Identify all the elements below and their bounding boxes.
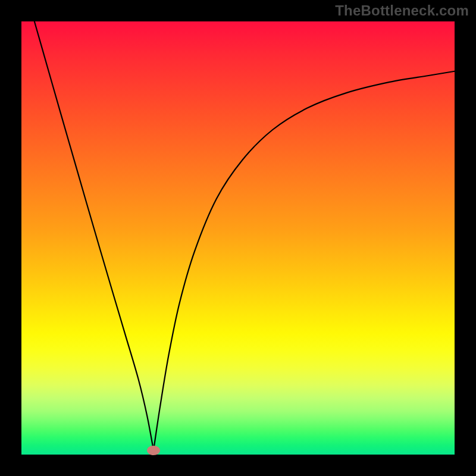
bottleneck-curve bbox=[21, 21, 455, 455]
plot-area bbox=[21, 21, 455, 455]
attribution-text: TheBottleneck.com bbox=[335, 2, 469, 19]
chart-frame: TheBottleneck.com bbox=[0, 0, 476, 476]
